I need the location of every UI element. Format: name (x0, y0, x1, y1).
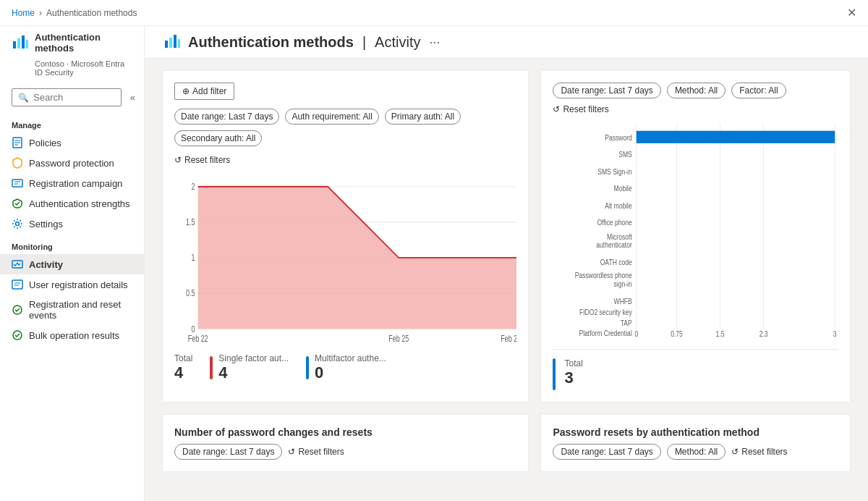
filter-primary-auth[interactable]: Primary auth: All (385, 109, 461, 125)
page-header: Authentication methods | Activity ··· (145, 26, 868, 59)
svg-text:1.5: 1.5 (716, 329, 725, 338)
campaign-icon (12, 177, 23, 189)
multifactor-total: Multifactor authe... 0 (306, 353, 386, 382)
svg-text:Feb 22: Feb 22 (188, 333, 208, 343)
sidebar-item-bulk-operation[interactable]: Bulk operation results (0, 325, 144, 345)
active-filters-row: Date range: Last 7 days Auth requirement… (174, 109, 516, 125)
sidebar-item-settings[interactable]: Settings (0, 214, 144, 234)
bar-filter-bar: Date range: Last 7 days Method: All Fact… (553, 83, 838, 114)
sidebar-item-password-protection[interactable]: Password protection (0, 153, 144, 173)
sign-in-activity-card: ⊕ Add filter Date range: Last 7 days Aut… (162, 70, 529, 403)
close-button[interactable]: ✕ (847, 6, 856, 20)
app-title-row: Authentication methods (0, 26, 144, 59)
password-resets-filters: Date range: Last 7 days Method: All ↺ Re… (553, 444, 838, 460)
reg-reset-icon (12, 304, 23, 316)
shield-icon (12, 157, 23, 169)
svg-rect-3 (26, 40, 28, 49)
more-options-button[interactable]: ··· (429, 35, 440, 50)
reset-icon-left: ↺ (174, 155, 182, 165)
policies-label: Policies (29, 138, 61, 148)
bar-reset-filters[interactable]: ↺ Reset filters (553, 104, 608, 114)
bulk-operation-label: Bulk operation results (29, 330, 119, 341)
bar-factor-filter[interactable]: Factor: All (731, 83, 786, 98)
bottom-cards-row: Number of password changes and resets Da… (162, 414, 851, 472)
search-box[interactable]: 🔍 (12, 88, 122, 106)
svg-rect-0 (13, 41, 16, 49)
svg-text:Alt mobile: Alt mobile (605, 201, 633, 210)
svg-rect-8 (12, 180, 22, 187)
password-changes-title: Number of password changes and resets (174, 426, 516, 438)
single-factor-bar (210, 356, 213, 379)
monitoring-section-label: Monitoring (0, 234, 144, 254)
multifactor-value: 0 (315, 363, 386, 382)
svg-text:Office phone: Office phone (597, 218, 632, 227)
sidebar-item-auth-strengths[interactable]: Authentication strengths (0, 193, 144, 214)
svg-text:2: 2 (192, 182, 195, 192)
activity-label: Activity (29, 259, 63, 270)
totals-row: Total 4 Single factor aut... 4 (174, 353, 516, 382)
bottom-right-reset-icon: ↺ (731, 447, 739, 457)
svg-text:Platform Credential: Platform Credential (579, 329, 632, 337)
filter-auth-req[interactable]: Auth requirement: All (285, 109, 378, 125)
add-filter-button[interactable]: ⊕ Add filter (174, 83, 234, 100)
bar-date-filter[interactable]: Date range: Last 7 days (553, 83, 660, 98)
svg-text:0.75: 0.75 (671, 329, 684, 338)
bar-method-filter[interactable]: Method: All (667, 83, 726, 98)
reset-filters-button-left[interactable]: ↺ Reset filters (174, 155, 516, 165)
search-input[interactable] (33, 92, 115, 103)
svg-text:TAP: TAP (621, 319, 632, 327)
page-app-icon (162, 32, 182, 52)
svg-text:0: 0 (635, 329, 639, 338)
sidebar: Authentication methods Contoso · Microso… (0, 26, 145, 501)
bottom-right-reset[interactable]: ↺ Reset filters (731, 447, 787, 457)
sidebar-item-activity[interactable]: Activity (0, 254, 144, 274)
filter-secondary-auth[interactable]: Secondary auth: All (174, 130, 262, 146)
multifactor-label: Multifactor authe... (315, 353, 386, 363)
bottom-left-reset[interactable]: ↺ Reset filters (288, 447, 344, 457)
bar-chart-svg: Password SMS SMS Sign-in Mobile Alt mobi… (553, 123, 838, 340)
area-chart-svg: 2 1.5 1 0.5 0 (174, 171, 516, 345)
svg-text:authenticator: authenticator (597, 241, 633, 250)
sidebar-item-registration-reset[interactable]: Registration and reset events (0, 295, 144, 325)
svg-text:1.5: 1.5 (186, 217, 195, 227)
app-name-label: Authentication methods (35, 32, 132, 54)
single-factor-total: Single factor aut... 4 (210, 353, 289, 382)
total-label: Total (174, 353, 192, 363)
bar-total-indicator (553, 358, 556, 390)
collapse-button[interactable]: « (127, 92, 138, 103)
svg-text:WHFB: WHFB (614, 297, 632, 306)
bottom-right-reset-label: Reset filters (741, 447, 787, 457)
svg-text:0: 0 (192, 324, 195, 334)
svg-text:sign-in: sign-in (614, 279, 632, 288)
bottom-left-date-filter[interactable]: Date range: Last 7 days (174, 444, 282, 460)
svg-text:OATH code: OATH code (600, 258, 632, 266)
bar-reset-icon: ↺ (553, 104, 560, 114)
activity-icon (12, 258, 23, 270)
page-section: Activity (375, 34, 420, 51)
sidebar-item-registration-campaign[interactable]: Registration campaign (0, 173, 144, 193)
search-icon: 🔍 (18, 93, 29, 103)
app-subtitle: Contoso · Microsoft Entra ID Security (0, 59, 144, 83)
svg-text:Microsoft: Microsoft (608, 232, 633, 241)
sidebar-item-policies[interactable]: Policies (0, 132, 144, 153)
add-filter-label: Add filter (192, 86, 226, 96)
bottom-left-reset-label: Reset filters (298, 447, 344, 457)
password-protection-label: Password protection (29, 158, 114, 169)
auth-strengths-label: Authentication strengths (29, 198, 129, 209)
svg-text:SMS: SMS (619, 150, 633, 159)
filter-date-range[interactable]: Date range: Last 7 days (174, 109, 279, 125)
password-resets-title: Password resets by authentication method (553, 426, 838, 438)
svg-text:FIDO2 security key: FIDO2 security key (579, 308, 632, 316)
svg-text:SMS Sign-in: SMS Sign-in (598, 167, 633, 176)
svg-text:1: 1 (192, 253, 195, 263)
app-icon (12, 34, 29, 51)
filter-bar-left: ⊕ Add filter (174, 83, 516, 100)
svg-text:0.5: 0.5 (186, 288, 195, 298)
settings-label: Settings (29, 219, 63, 230)
filter-icon: ⊕ (182, 86, 190, 96)
breadcrumb-home[interactable]: Home (12, 8, 35, 18)
bottom-right-date-filter[interactable]: Date range: Last 7 days (553, 444, 660, 460)
sidebar-item-user-registration[interactable]: User registration details (0, 274, 144, 295)
bottom-right-method-filter[interactable]: Method: All (667, 444, 726, 460)
svg-rect-17 (178, 39, 180, 48)
